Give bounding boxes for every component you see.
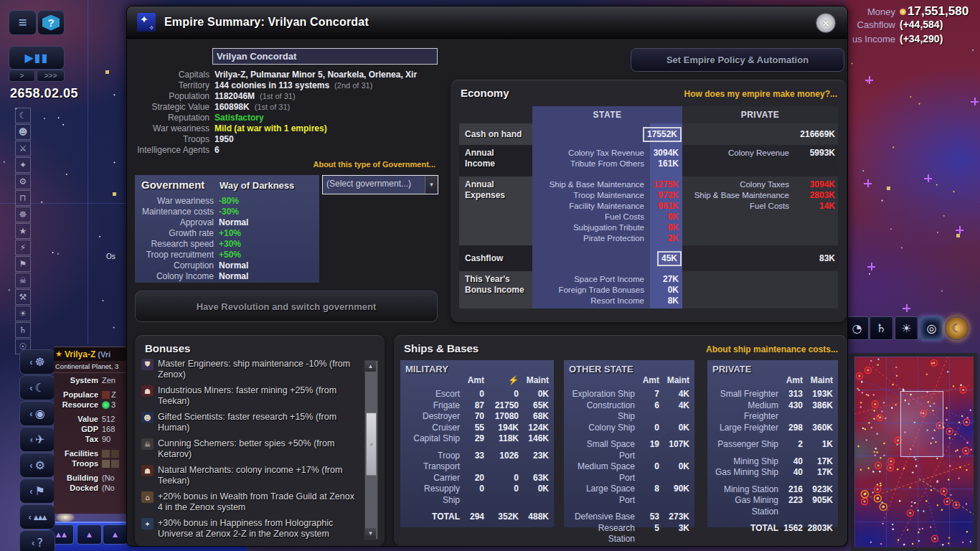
sidebar-fleets-button[interactable]: ‹ ▲▲▲	[19, 504, 55, 529]
flag-icon: ⚑	[35, 484, 45, 498]
about-government-link[interactable]: About this type of Government...	[235, 160, 435, 169]
edge-pirate-icon[interactable]: ☠	[15, 273, 31, 288]
play-icon: ▶	[25, 51, 34, 65]
state-cash-value: 17552K	[643, 127, 682, 142]
play-pause-button[interactable]: ▶ ▮▮	[9, 46, 65, 70]
fleet-marker-icon	[971, 98, 979, 105]
government-row: CorruptionNormal	[135, 260, 319, 271]
bonuses-panel: Bonuses ⛊Master Engineers: ship maintena…	[135, 335, 385, 547]
idea-icon: ☀	[901, 321, 911, 335]
help-icon: ?	[42, 15, 60, 31]
moon-icon: ☾	[951, 321, 961, 335]
revolution-button[interactable]: Have Revolution and switch government	[135, 291, 438, 322]
empire-name-input[interactable]	[212, 48, 438, 65]
table-row: Frigate872175065K	[405, 400, 549, 412]
merchant-icon: ☗	[141, 465, 154, 476]
list-item: ⛊Master Engineers: ship maintenance -10%…	[141, 359, 357, 380]
chevron-down-icon[interactable]: ▼	[425, 176, 438, 194]
sidebar-troops-button[interactable]: ‹ ⚑	[19, 479, 55, 504]
map-mode-planet-button[interactable]: ♄	[870, 316, 893, 340]
edge-fleet-icon[interactable]: ✦	[15, 157, 31, 173]
sidebar-help-button[interactable]: ‹ ?	[19, 530, 55, 551]
scroll-up-icon[interactable]: ▲	[365, 361, 376, 372]
step-speed-button[interactable]: >	[9, 70, 35, 82]
edge-lightning-icon[interactable]: ⚡	[15, 240, 31, 255]
planet-icon: ♄	[876, 321, 886, 335]
sidebar-construction-button[interactable]: ‹ ⚙	[19, 453, 55, 478]
chevron-left-icon: ‹	[29, 357, 32, 367]
government-panel: Government Way of Darkness War weariness…	[135, 175, 319, 283]
sidebar-colony-button[interactable]: ‹ ☾	[19, 375, 55, 400]
edge-gear-icon[interactable]: ⚙	[15, 174, 31, 189]
info-row: Tax90	[54, 434, 128, 444]
map-object	[113, 192, 116, 196]
money-label: Money	[851, 6, 895, 17]
map-mode-signal-button[interactable]: ◎	[920, 316, 943, 340]
rockets-icon: ▲▲▲	[34, 514, 47, 521]
minimap[interactable]	[851, 353, 977, 551]
ships-bases-panel: Ships & Bases About ship maintenance cos…	[394, 335, 847, 547]
table-row: Escort000K	[405, 389, 549, 400]
sidebar-ship-button[interactable]: ‹ ✈	[19, 427, 55, 452]
edge-goal-icon[interactable]: ⊓	[15, 190, 31, 206]
economy-table: STATE PRIVATE Cash on hand 17552K 216669…	[459, 106, 838, 309]
government-row: War weariness-80%	[135, 196, 319, 207]
selection-header[interactable]: ★ Vrilya-Z (Vri	[54, 347, 128, 361]
helm-lock-icon: ☸	[35, 355, 45, 369]
fleet-button-2[interactable]: ▲	[77, 524, 102, 545]
economy-help-link[interactable]: How does my empire make money?...	[684, 89, 837, 99]
scroll-down-icon[interactable]: ▼	[365, 528, 376, 539]
question-icon: ?	[37, 536, 43, 550]
fleet-marker-icon	[956, 226, 963, 234]
help-button[interactable]: ?	[37, 10, 65, 35]
stat-row: CapitalsVrilya-Z, Pulmanar Minor 5, Noar…	[133, 70, 534, 80]
edge-ship-icon[interactable]: ⚔	[15, 141, 31, 156]
table-total-row: TOTAL294352K488K	[405, 512, 549, 523]
table-row: Carrier20063K	[405, 473, 549, 484]
fleet-button-3[interactable]: ▲	[103, 524, 128, 545]
list-item: ☠Cunning Schemers: better spies +50% (fr…	[141, 438, 357, 460]
edge-idea-icon[interactable]: ☀	[15, 306, 31, 321]
map-mode-moon-button[interactable]: ☾	[945, 316, 969, 340]
cash-on-hand-row: Cash on hand 17552K 216669K	[459, 123, 838, 145]
government-row: Maintenance costs-30%	[135, 207, 319, 217]
edge-tools-icon[interactable]: ⚒	[15, 289, 31, 305]
chevron-left-icon: ‹	[29, 486, 32, 496]
info-row: Resource3	[54, 400, 128, 410]
map-object	[105, 70, 109, 74]
table-row: Gas Mining Ship4017K	[712, 467, 833, 479]
scrollbar-thumb[interactable]: ≡	[366, 413, 377, 476]
policy-automation-button[interactable]: Set Empire Policy & Automation	[631, 48, 844, 72]
chevron-left-icon: ‹	[30, 434, 33, 445]
edge-star-icon[interactable]: ★	[15, 223, 31, 239]
chevron-left-icon: ‹	[32, 537, 34, 548]
sidebar-base-button[interactable]: ‹ ◉	[19, 401, 55, 426]
edge-character-icon[interactable]: ☻	[15, 124, 31, 140]
table-row: Research Station53K	[569, 523, 689, 545]
sidebar-helm-lock-button[interactable]: ‹ ☸	[19, 349, 55, 375]
miner-icon: ☗	[141, 385, 154, 397]
close-button[interactable]: ✕	[816, 13, 836, 33]
state-cashflow-value: 45K	[657, 251, 682, 266]
menu-button[interactable]: ≡	[9, 10, 37, 35]
fast-speed-button[interactable]: >>>	[37, 70, 65, 82]
map-mode-idea-button[interactable]: ☀	[895, 316, 918, 340]
scientist-icon: ☻	[141, 412, 154, 423]
list-item: ✦+30% bonus in Happiness from Holographi…	[141, 518, 357, 540]
table-row: Passenger Ship21K	[712, 439, 833, 451]
ship-maintenance-link[interactable]: About ship maintenance costs...	[706, 344, 838, 354]
government-row: Growth rate+10%	[135, 228, 319, 239]
info-row: Building(No	[54, 473, 128, 483]
table-row: Construction Ship64K	[569, 400, 689, 423]
minimap-viewport[interactable]	[900, 391, 943, 457]
edge-moon-icon[interactable]: ☾	[15, 108, 31, 123]
pause-icon: ▮▮	[34, 51, 49, 65]
edge-helm-icon[interactable]: ☸	[15, 207, 31, 222]
government-select[interactable]: (Select government...) ▼	[322, 175, 438, 194]
map-mode-partial-button[interactable]: ◔	[845, 316, 869, 340]
edge-planet-icon[interactable]: ♄	[15, 322, 31, 338]
game-screen: Os ≡ ? ▶ ▮▮ > >>> 2658.02.05 ☾ ☻ ⚔ ✦ ⚙ ⊓…	[0, 0, 980, 551]
scrollbar[interactable]: ▲ ≡ ▼	[364, 360, 378, 540]
info-row: PopulaceZ	[54, 390, 128, 400]
edge-flag-icon[interactable]: ⚑	[15, 256, 31, 272]
